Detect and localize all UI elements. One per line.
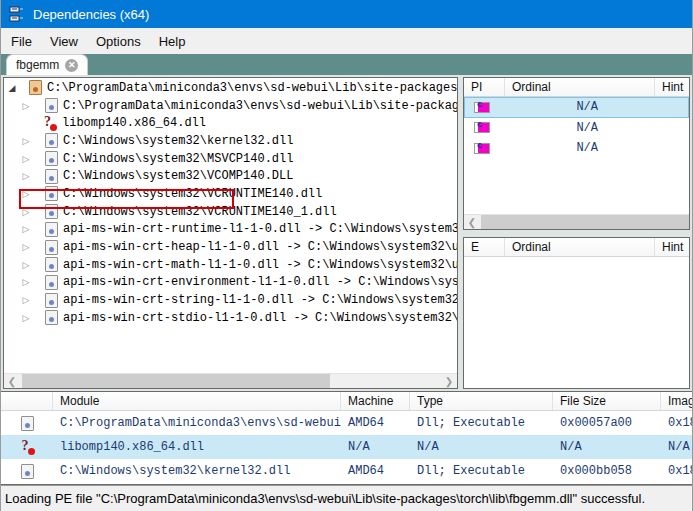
expander-collapsed-icon[interactable]: ▷ <box>21 295 31 305</box>
expander-collapsed-icon[interactable]: ▷ <box>21 207 31 217</box>
module-icon <box>45 133 58 148</box>
scroll-left-icon[interactable]: ❮ <box>4 374 20 388</box>
imports-list: N/AN/AN/A <box>464 97 689 159</box>
c-function-icon <box>474 122 490 133</box>
expander-collapsed-icon[interactable]: ▷ <box>21 189 31 199</box>
module-file-size: 0x00057a00 <box>553 416 661 430</box>
module-icon <box>45 293 58 308</box>
expander-collapsed-icon[interactable]: ▷ <box>21 136 31 146</box>
missing-module-icon <box>42 115 57 131</box>
main-split-area: ◢C:\ProgramData\miniconda3\envs\sd-webui… <box>1 75 692 391</box>
tree-item[interactable]: ▷api-ms-win-crt-math-l1-1-0.dll -> C:\Wi… <box>4 256 457 274</box>
tab-fbgemm[interactable]: fbgemm ✕ <box>6 54 88 75</box>
expander-collapsed-icon[interactable]: ▷ <box>21 242 31 252</box>
column-header-type[interactable]: Type <box>410 392 553 410</box>
menu-help[interactable]: Help <box>150 28 195 54</box>
column-header-imag[interactable]: Imag <box>661 392 692 410</box>
tree-item-label: api-ms-win-crt-math-l1-1-0.dll -> C:\Win… <box>63 258 457 272</box>
import-row[interactable]: N/A <box>464 97 689 118</box>
module-icon <box>45 98 58 113</box>
module-icon <box>45 310 58 325</box>
column-header-machine[interactable]: Machine <box>341 392 410 410</box>
module-icon <box>45 257 58 272</box>
exports-panel: EOrdinalHint <box>463 237 690 389</box>
column-header-file-size[interactable]: File Size <box>553 392 661 410</box>
imports-horizontal-scrollbar[interactable]: ❮ <box>464 214 689 229</box>
module-icon <box>21 416 34 431</box>
module-image-base: 0x18 <box>661 416 692 430</box>
c-function-icon <box>474 102 490 113</box>
expander-expanded-icon[interactable]: ◢ <box>7 83 17 93</box>
menu-file[interactable]: File <box>2 28 41 54</box>
tree-item-label: api-ms-win-crt-string-l1-1-0.dll -> C:\W… <box>63 293 457 307</box>
module-icon <box>21 464 34 479</box>
module-icon <box>45 186 58 201</box>
dependency-tree: ◢C:\ProgramData\miniconda3\envs\sd-webui… <box>4 79 457 327</box>
scroll-right-icon[interactable]: ❯ <box>441 374 457 388</box>
tree-item[interactable]: libomp140.x86_64.dll <box>4 114 457 132</box>
expander-collapsed-icon[interactable]: ▷ <box>21 277 31 287</box>
status-bar: Loading PE file "C:\ProgramData\minicond… <box>1 485 692 511</box>
module-file-size: N/A <box>553 440 661 454</box>
imports-panel: PIOrdinalHint N/AN/AN/A ❮ <box>463 77 690 230</box>
module-icon <box>45 240 58 255</box>
module-icon <box>45 204 58 219</box>
menu-options[interactable]: Options <box>87 28 150 54</box>
module-machine: AMD64 <box>341 416 410 430</box>
column-header-ordinal[interactable]: Ordinal <box>505 238 655 256</box>
expander-collapsed-icon[interactable]: ▷ <box>21 224 31 234</box>
tab-close-icon[interactable]: ✕ <box>65 59 78 72</box>
expander-collapsed-icon[interactable]: ▷ <box>21 313 31 323</box>
app-window: Dependencies (x64) FileViewOptionsHelp f… <box>0 0 693 511</box>
root-module-icon <box>29 80 42 95</box>
tree-horizontal-scrollbar[interactable]: ❮ ❯ <box>4 373 457 388</box>
tree-item-label: C:\Windows\system32\VCOMP140.DLL <box>63 169 293 183</box>
module-row[interactable]: C:\Windows\system32\kernel32.dllAMD64Dll… <box>1 459 692 483</box>
imports-scrollbar-thumb[interactable] <box>481 215 689 229</box>
import-row[interactable]: N/A <box>464 138 689 159</box>
module-machine: N/A <box>341 440 410 454</box>
tree-item[interactable]: ▷api-ms-win-crt-stdio-l1-1-0.dll -> C:\W… <box>4 309 457 327</box>
import-row[interactable]: N/A <box>464 118 689 139</box>
app-icon <box>9 6 25 22</box>
column-header-module[interactable]: Module <box>53 392 341 410</box>
tree-item-label: C:\Windows\system32\VCRUNTIME140.dll <box>63 187 322 201</box>
tree-item-label: api-ms-win-crt-environment-l1-1-0.dll ->… <box>63 275 457 289</box>
window-title: Dependencies (x64) <box>33 7 149 22</box>
column-header-hint[interactable]: Hint <box>655 78 689 96</box>
expander-collapsed-icon[interactable]: ▷ <box>21 101 31 111</box>
tree-item[interactable]: ▷api-ms-win-crt-environment-l1-1-0.dll -… <box>4 274 457 292</box>
column-header-icon[interactable] <box>1 392 53 410</box>
expander-collapsed-icon[interactable]: ▷ <box>21 171 31 181</box>
tree-item[interactable]: ▷C:\Windows\system32\kernel32.dll <box>4 132 457 150</box>
module-machine: AMD64 <box>341 464 410 478</box>
tree-item[interactable]: ▷C:\Windows\system32\VCRUNTIME140.dll <box>4 185 457 203</box>
tree-item[interactable]: ▷C:\Windows\system32\VCRUNTIME140_1.dll <box>4 203 457 221</box>
tree-item[interactable]: ▷api-ms-win-crt-heap-l1-1-0.dll -> C:\Wi… <box>4 238 457 256</box>
tree-item-label: api-ms-win-crt-runtime-l1-1-0.dll -> C:\… <box>63 222 457 236</box>
tree-item[interactable]: ▷C:\ProgramData\miniconda3\envs\sd-webui… <box>4 97 457 115</box>
modules-header: ModuleMachineTypeFile SizeImag <box>1 392 692 411</box>
column-header-ordinal[interactable]: Ordinal <box>505 78 655 96</box>
tree-item-label: C:\ProgramData\miniconda3\envs\sd-webui\… <box>47 81 457 95</box>
column-header-hint[interactable]: Hint <box>655 238 689 256</box>
tree-item[interactable]: ▷C:\Windows\system32\MSVCP140.dll <box>4 150 457 168</box>
column-header-e[interactable]: E <box>464 238 505 256</box>
tree-item[interactable]: ▷api-ms-win-crt-string-l1-1-0.dll -> C:\… <box>4 291 457 309</box>
module-row[interactable]: C:\ProgramData\miniconda3\envs\sd-webui\… <box>1 411 692 435</box>
module-row[interactable]: libomp140.x86_64.dllN/AN/AN/AN/A <box>1 435 692 459</box>
expander-collapsed-icon[interactable]: ▷ <box>21 260 31 270</box>
tree-item-label: C:\Windows\system32\MSVCP140.dll <box>63 152 293 166</box>
import-ordinal: N/A <box>490 100 656 114</box>
tree-item[interactable]: ▷api-ms-win-crt-runtime-l1-1-0.dll -> C:… <box>4 221 457 239</box>
tree-item-label: libomp140.x86_64.dll <box>62 116 206 130</box>
expander-collapsed-icon[interactable]: ▷ <box>21 154 31 164</box>
menu-view[interactable]: View <box>41 28 87 54</box>
module-icon <box>45 222 58 237</box>
tree-item[interactable]: ▷C:\Windows\system32\VCOMP140.DLL <box>4 167 457 185</box>
column-header-pi[interactable]: PI <box>464 78 505 96</box>
tree-item[interactable]: ◢C:\ProgramData\miniconda3\envs\sd-webui… <box>4 79 457 97</box>
right-column: PIOrdinalHint N/AN/AN/A ❮ EOrdinalHint <box>463 77 690 389</box>
scroll-left-icon[interactable]: ❮ <box>464 215 480 229</box>
tree-scrollbar-thumb[interactable] <box>22 374 330 388</box>
